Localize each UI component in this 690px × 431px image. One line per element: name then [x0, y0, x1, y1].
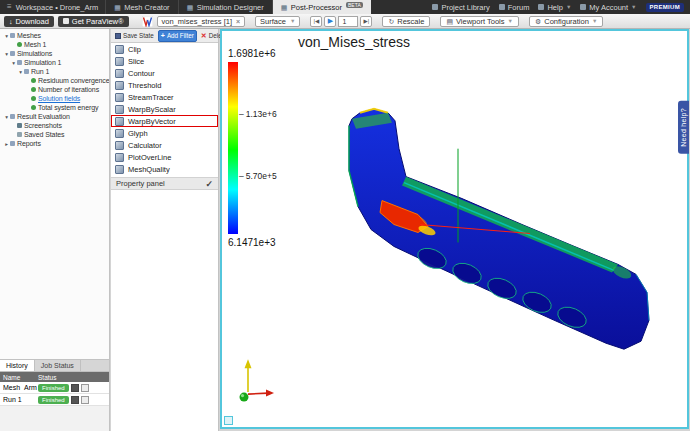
get-paraview-button[interactable]: Get ParaView® [58, 16, 129, 27]
filter-label: Contour [128, 69, 155, 78]
main-tab[interactable]: ▦ Post-Processor BETA [272, 0, 371, 14]
forum-button[interactable]: Forum [499, 3, 530, 12]
tree-item-label: Mesh 1 [24, 41, 46, 48]
filter-label: MeshQuality [128, 165, 170, 174]
filter-label: Clip [128, 45, 141, 54]
column-name: Name [0, 374, 38, 381]
last-frame-button[interactable]: ▶| [360, 16, 372, 27]
tree-item-icon [10, 33, 15, 38]
add-filter-button[interactable]: + Add Filter [158, 30, 197, 42]
history-row[interactable]: Run 1 Finished [0, 394, 109, 406]
first-frame-button[interactable]: |◀ [310, 16, 322, 27]
viewport-indicator[interactable] [224, 416, 233, 425]
render-viewport[interactable]: von_Mises_stress 1.6981e+6 – 1.13e+6 – 5… [220, 29, 689, 429]
beta-badge: BETA [346, 2, 363, 8]
tree-item[interactable]: Total system energy [0, 103, 109, 112]
tree-item[interactable]: Residuum convergence plot [0, 76, 109, 85]
need-help-tab[interactable]: Need help? [678, 101, 689, 154]
save-icon [115, 33, 121, 39]
tree-item-label: Run 1 [31, 68, 49, 75]
filter-item[interactable]: Threshold [111, 79, 218, 91]
history-table-header: Name Status [0, 372, 109, 382]
twisty-icon[interactable]: ▾ [17, 69, 24, 75]
project-tree: ▾ Meshes Mesh 1 ▾ Simulations ▾ Simulati… [0, 29, 110, 359]
configuration-menu[interactable]: ⚙ Configuration ▼ [529, 16, 603, 27]
tree-item[interactable]: ▾ Meshes [0, 31, 109, 40]
tree-item[interactable]: Solution fields [0, 94, 109, 103]
play-button[interactable]: ▶ [324, 16, 336, 27]
filter-icon [115, 117, 124, 126]
tree-item-icon [31, 96, 36, 101]
tree-item[interactable]: ▾ Simulation 1 [0, 58, 109, 67]
filter-icon [115, 153, 124, 162]
close-icon[interactable]: × [236, 18, 240, 25]
history-tab[interactable]: History [0, 360, 35, 371]
filter-icon [115, 129, 124, 138]
download-icon: ↓ [9, 18, 13, 25]
twisty-icon[interactable]: ▾ [3, 114, 10, 120]
forum-icon [499, 4, 505, 10]
twisty-icon[interactable]: ▾ [3, 51, 10, 57]
run-name: Mesh_Arm [3, 384, 38, 391]
rescale-icon: ↻ [388, 18, 394, 25]
3d-model-render[interactable] [222, 31, 687, 427]
workspace-label: Workspace • Drone_Arm [16, 3, 99, 12]
my-account-menu[interactable]: My Account ▼ [580, 3, 636, 12]
filter-item[interactable]: StreamTracer [111, 91, 218, 103]
project-library-button[interactable]: Project Library [432, 3, 489, 12]
filter-item[interactable]: Contour [111, 67, 218, 79]
filter-item[interactable]: Slice [111, 55, 218, 67]
frame-input[interactable]: 1 [338, 16, 358, 27]
download-button[interactable]: ↓ Download [4, 16, 54, 27]
rescale-button[interactable]: ↻ Rescale [382, 16, 430, 27]
tree-item[interactable]: ▸ Reports [0, 139, 109, 148]
tab-label: Post-Processor [291, 3, 342, 12]
workspace-menu[interactable]: ≡ Workspace • Drone_Arm [0, 0, 105, 14]
filter-item[interactable]: Glyph [111, 127, 218, 139]
filter-item[interactable]: WarpByScalar [111, 103, 218, 115]
history-tab[interactable]: Job Status [35, 360, 81, 371]
tab-icon: ▦ [114, 4, 121, 11]
save-state-button[interactable]: Save State [112, 30, 157, 42]
tree-item[interactable]: ▾ Run 1 [0, 67, 109, 76]
tree-item[interactable]: ▾ Result Evaluation [0, 112, 109, 121]
filter-item[interactable]: Clip [111, 43, 218, 55]
main-tab[interactable]: ▦ Mesh Creator [105, 0, 177, 14]
twisty-icon[interactable]: ▾ [3, 33, 10, 39]
filter-item[interactable]: MeshQuality [111, 163, 218, 175]
twisty-icon[interactable]: ▾ [10, 60, 17, 66]
viewport-tools-menu[interactable]: ▤ Viewport Tools ▼ [440, 16, 519, 27]
tree-item[interactable]: Number of iterations [0, 85, 109, 94]
tree-item[interactable]: Mesh 1 [0, 40, 109, 49]
history-tabs: History Job Status [0, 360, 109, 372]
delete-button[interactable] [81, 396, 89, 404]
main-tab[interactable]: ▦ Simulation Designer [178, 0, 272, 14]
twisty-icon[interactable]: ▸ [3, 141, 10, 147]
dataset-chip[interactable]: von_mises_stress [1] × [157, 16, 246, 27]
column-status: Status [38, 374, 56, 381]
chevron-down-icon: ▼ [290, 18, 295, 24]
filter-item[interactable]: Calculator [111, 139, 218, 151]
filter-item[interactable]: WarpByVector [111, 115, 218, 127]
user-icon [580, 4, 586, 10]
tree-item[interactable]: Saved States [0, 130, 109, 139]
log-button[interactable] [71, 384, 79, 392]
delete-button[interactable] [81, 384, 89, 392]
representation-select[interactable]: Surface ▼ [255, 16, 300, 27]
tree-item[interactable]: Screenshots [0, 121, 109, 130]
filter-label: WarpByVector [128, 117, 176, 126]
filter-item[interactable]: PlotOverLine [111, 151, 218, 163]
tree-item-icon [10, 51, 15, 56]
tree-item-icon [17, 123, 22, 128]
status-badge: Finished [38, 396, 69, 404]
help-menu[interactable]: Help ▼ [538, 3, 571, 12]
property-panel-header[interactable]: Property panel ✓ [111, 177, 218, 190]
log-button[interactable] [71, 396, 79, 404]
hamburger-icon[interactable]: ≡ [7, 3, 12, 11]
filter-icon [115, 93, 124, 102]
tree-item[interactable]: ▾ Simulations [0, 49, 109, 58]
history-row[interactable]: Mesh_Arm Finished [0, 382, 109, 394]
topbar-right: Project Library Forum Help ▼ My Account … [432, 0, 690, 14]
tree-item-label: Residuum convergence plot [38, 77, 110, 84]
filter-icon [115, 105, 124, 114]
